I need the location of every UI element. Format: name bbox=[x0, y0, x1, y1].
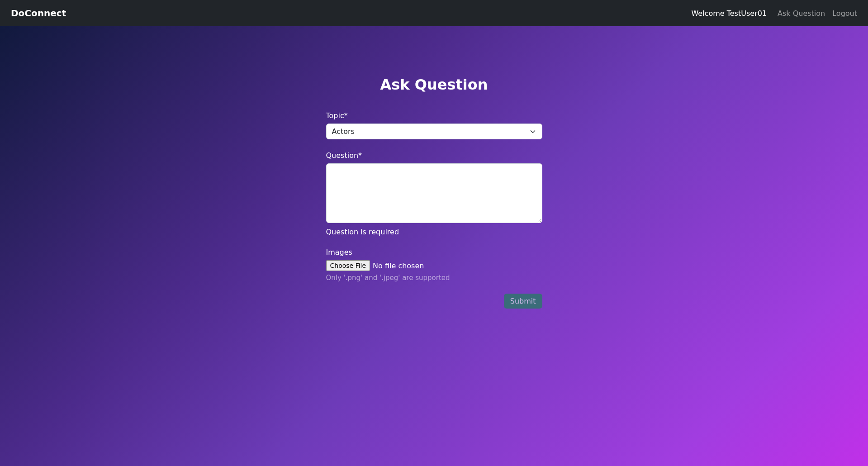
images-label: Images bbox=[326, 248, 542, 257]
nav-link-ask-question[interactable]: Ask Question bbox=[778, 7, 825, 19]
question-error: Question is required bbox=[326, 228, 542, 236]
topic-label: Topic* bbox=[326, 111, 542, 120]
submit-row: Submit bbox=[326, 294, 542, 309]
navbar: DoConnect Welcome TestUser01 Ask Questio… bbox=[0, 0, 868, 26]
file-helper-text: Only '.png' and '.jpeg' are supported bbox=[326, 274, 542, 282]
nav-link-logout[interactable]: Logout bbox=[832, 7, 857, 19]
file-row: Choose File No file chosen bbox=[326, 260, 542, 271]
question-textarea[interactable] bbox=[326, 163, 542, 223]
submit-button[interactable]: Submit bbox=[504, 294, 542, 309]
nav-right: Welcome TestUser01 Ask Question Logout bbox=[691, 7, 857, 19]
question-group: Question* Question is required bbox=[326, 151, 542, 236]
choose-file-button[interactable]: Choose File bbox=[326, 260, 370, 271]
main-container: Ask Question Topic* Actors Question* Que… bbox=[326, 26, 542, 309]
topic-select[interactable]: Actors bbox=[326, 124, 542, 139]
page-title: Ask Question bbox=[326, 76, 542, 93]
question-label: Question* bbox=[326, 151, 542, 160]
images-group: Images Choose File No file chosen Only '… bbox=[326, 248, 542, 282]
file-status: No file chosen bbox=[373, 262, 424, 270]
topic-group: Topic* Actors bbox=[326, 111, 542, 139]
welcome-text: Welcome TestUser01 bbox=[691, 9, 767, 18]
brand-logo[interactable]: DoConnect bbox=[11, 8, 66, 19]
